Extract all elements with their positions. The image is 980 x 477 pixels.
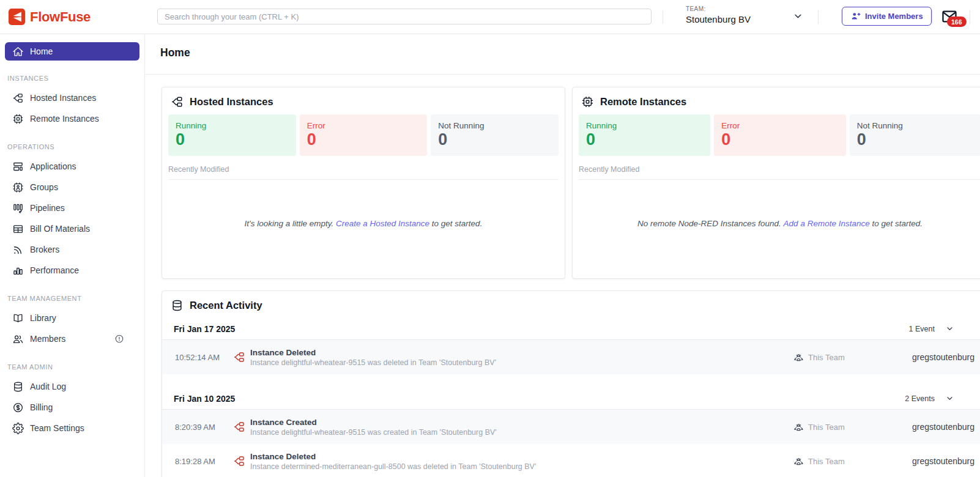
sidebar-section-title: TEAM ADMIN	[7, 363, 137, 371]
user-plus-icon	[850, 11, 861, 21]
activity-group: Fri Jan 17 2025 1 Event 10:52:14 AM Inst…	[162, 318, 980, 374]
sidebar-section-title: OPERATIONS	[7, 143, 137, 150]
event-time: 10:52:14 AM	[175, 353, 233, 362]
sidebar-item-team-settings[interactable]: Team Settings	[5, 418, 139, 438]
instance-icon	[233, 351, 245, 363]
chevron-down-icon[interactable]	[945, 394, 954, 403]
recently-modified-label: Recently Modified	[579, 165, 980, 180]
create-hosted-instance-link[interactable]: Create a Hosted Instance	[336, 219, 429, 228]
sidebar-section: TEAM ADMIN Audit Log Billing Team Settin…	[5, 363, 139, 438]
sidebar-item-label: Remote Instances	[30, 114, 99, 124]
sidebar-sections: INSTANCES Hosted Instances Remote Instan…	[5, 75, 139, 438]
performance-icon	[12, 265, 24, 276]
stats-row: Running 0 Error 0 Not Running 0	[162, 114, 565, 156]
sidebar-item-groups[interactable]: Groups	[5, 177, 139, 198]
sidebar-item-performance[interactable]: Performance	[5, 260, 139, 281]
empty-state: It's looking a little empty. Create a Ho…	[162, 180, 565, 267]
invite-members-label: Invite Members	[865, 12, 923, 21]
brokers-icon	[12, 244, 24, 256]
stat-label: Error	[721, 121, 838, 130]
stat-label: Not Running	[438, 121, 551, 130]
activity-date: Fri Jan 17 2025	[174, 324, 235, 334]
activity-event-row: 8:19:28 AM Instance Deleted Instance det…	[162, 444, 980, 477]
hosted-instances-card: Hosted Instances Running 0 Error 0 Not R…	[161, 87, 565, 279]
stat-value: 0	[307, 130, 420, 149]
alert-icon	[114, 334, 124, 344]
billing-icon	[12, 402, 24, 413]
stat-running: Running 0	[579, 114, 710, 156]
sidebar-item-label: Pipelines	[30, 203, 65, 213]
stat-running: Running 0	[168, 114, 296, 156]
stat-label: Not Running	[857, 121, 974, 130]
chevron-down-icon[interactable]	[792, 10, 804, 22]
notification-badge: 166	[947, 17, 967, 27]
stat-label: Error	[307, 121, 420, 130]
top-bar: FlowFuse TEAM: Stoutenburg BV Invite Mem…	[0, 0, 980, 34]
logo-text: FlowFuse	[30, 9, 91, 25]
stat-value: 0	[438, 130, 551, 149]
card-title: Hosted Instances	[190, 96, 273, 108]
sidebar-item-home[interactable]: Home	[5, 42, 139, 61]
members-icon	[12, 333, 24, 345]
team-name: Stoutenburg BV	[686, 14, 751, 24]
applications-icon	[12, 161, 24, 172]
card-title: Remote Instances	[600, 96, 686, 108]
event-user: gregstoutenburg	[866, 352, 974, 362]
empty-text: to get started.	[870, 219, 922, 228]
activity-date: Fri Jan 10 2025	[174, 394, 235, 404]
sidebar-section-title: INSTANCES	[7, 75, 137, 82]
page-title: Home	[160, 46, 190, 59]
event-title: Instance Created	[250, 418, 793, 427]
sidebar-item-label: Library	[30, 313, 56, 323]
invite-members-button[interactable]: Invite Members	[842, 7, 932, 26]
sidebar-item-label: Performance	[30, 265, 79, 275]
header-divider	[970, 10, 970, 24]
stat-error: Error 0	[714, 114, 845, 156]
instance-icon	[233, 421, 245, 433]
stat-error: Error 0	[300, 114, 428, 156]
activity-groups: Fri Jan 17 2025 1 Event 10:52:14 AM Inst…	[162, 318, 980, 477]
audit-log-icon	[12, 381, 24, 393]
groups-icon	[12, 182, 24, 193]
sidebar-item-label: Applications	[30, 161, 76, 171]
sidebar-item-hosted-instances[interactable]: Hosted Instances	[5, 87, 139, 108]
event-scope-label: This Team	[808, 423, 845, 432]
flowfuse-logo[interactable]: FlowFuse	[9, 9, 91, 25]
activity-event-row: 8:20:39 AM Instance Created Instance del…	[162, 410, 980, 444]
sidebar-item-applications[interactable]: Applications	[5, 156, 139, 177]
remote-instances-icon	[12, 113, 24, 125]
activity-group-header: Fri Jan 17 2025 1 Event	[162, 318, 980, 340]
sidebar-item-library[interactable]: Library	[5, 308, 139, 328]
sidebar-item-bill-of-materials[interactable]: Bill Of Materials	[5, 218, 139, 239]
sidebar-item-brokers[interactable]: Brokers	[5, 239, 139, 260]
empty-text: to get started.	[429, 219, 482, 228]
team-selector[interactable]: TEAM: Stoutenburg BV	[686, 6, 751, 24]
card-header: Remote Instances	[573, 87, 980, 114]
search-input[interactable]	[157, 9, 651, 24]
empty-text: No remote Node-RED Instances found.	[637, 219, 784, 228]
stat-value: 0	[586, 130, 703, 149]
event-description: Instance determined-mediterranean-gull-8…	[250, 462, 793, 471]
sidebar-item-members[interactable]: Members	[5, 328, 139, 349]
sidebar-item-billing[interactable]: Billing	[5, 397, 139, 418]
team-icon	[793, 422, 804, 432]
sidebar-section: OPERATIONS Applications Groups Pipelines…	[5, 143, 139, 281]
flowfuse-app: FlowFuse TEAM: Stoutenburg BV Invite Mem…	[0, 0, 980, 477]
event-title: Instance Deleted	[250, 452, 793, 461]
bill-of-materials-icon	[12, 223, 24, 235]
remote-instances-icon	[581, 95, 594, 108]
recent-activity-icon	[171, 299, 184, 312]
activity-group: Fri Jan 10 2025 2 Events 8:20:39 AM Inst…	[162, 388, 980, 477]
recently-modified-label: Recently Modified	[168, 165, 559, 180]
sidebar-item-label: Billing	[30, 402, 53, 412]
add-remote-instance-link[interactable]: Add a Remote Instance	[784, 219, 870, 228]
stat-not-running: Not Running 0	[850, 114, 980, 156]
chevron-down-icon[interactable]	[945, 324, 954, 333]
sidebar-item-remote-instances[interactable]: Remote Instances	[5, 108, 139, 129]
sidebar-item-label: Home	[30, 46, 53, 56]
sidebar-item-audit-log[interactable]: Audit Log	[5, 376, 139, 397]
sidebar-item-pipelines[interactable]: Pipelines	[5, 198, 139, 218]
event-description: Instance delightful-wheatear-9515 was cr…	[250, 428, 793, 437]
stat-value: 0	[176, 130, 289, 149]
activity-event-row: 10:52:14 AM Instance Deleted Instance de…	[162, 340, 980, 374]
